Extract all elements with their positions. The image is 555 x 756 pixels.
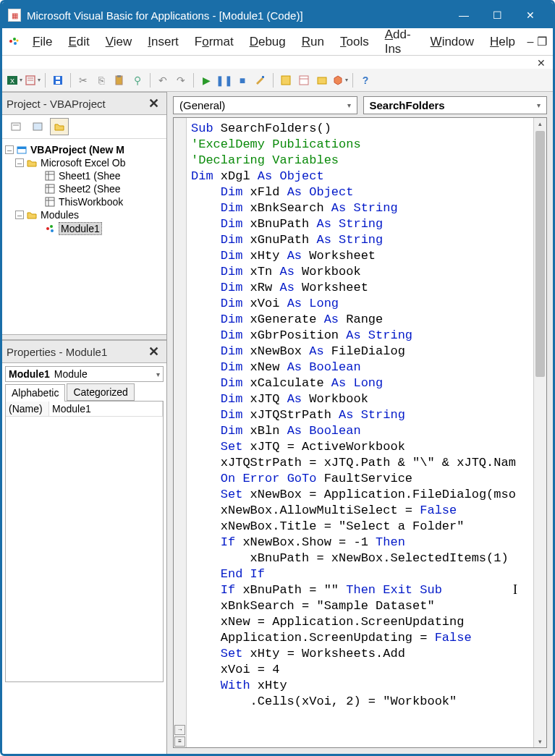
toggle-folders-button[interactable]	[50, 118, 69, 135]
svg-rect-30	[46, 198, 54, 206]
properties-object-name: Module1	[9, 368, 50, 380]
left-column: Project - VBAProject ✕ –VBAProject (New …	[2, 92, 167, 754]
scroll-thumb[interactable]	[535, 131, 545, 377]
menu-addins[interactable]: Add-Ins	[378, 25, 422, 59]
svg-rect-14	[262, 76, 264, 78]
svg-rect-24	[46, 171, 54, 180]
maximize-button[interactable]: ☐	[480, 2, 514, 28]
svg-rect-11	[56, 81, 60, 84]
menu-app-icon	[8, 35, 20, 48]
svg-point-34	[50, 225, 53, 228]
svg-point-35	[51, 229, 54, 232]
object-browser-button[interactable]	[314, 72, 330, 88]
tree-excel-folder[interactable]: Microsoft Excel Ob	[41, 157, 125, 169]
properties-tabs: Alphabetic Categorized	[5, 383, 164, 402]
window-titlebar: ▦ Microsoft Visual Basic for Application…	[2, 2, 553, 28]
minimize-button[interactable]: —	[447, 2, 480, 28]
menu-debug[interactable]: Debug	[242, 32, 293, 52]
text-cursor-icon: I	[513, 582, 517, 598]
chevron-down-icon: ▾	[347, 101, 351, 109]
properties-panel-header: Properties - Module1 ✕	[2, 340, 166, 363]
svg-point-0	[9, 40, 12, 43]
redo-button[interactable]: ↷	[173, 72, 189, 88]
mdi-restore-button[interactable]: ❐	[537, 35, 547, 48]
properties-tab-alphabetic[interactable]: Alphabetic	[5, 384, 65, 402]
menu-run[interactable]: Run	[295, 32, 331, 52]
menu-view[interactable]: View	[98, 32, 140, 52]
svg-rect-21	[33, 123, 42, 130]
procedure-dropdown[interactable]: SearchFolders ▾	[363, 96, 548, 114]
scroll-down-button[interactable]: ▾	[534, 736, 546, 747]
cut-button[interactable]: ✂	[75, 72, 91, 88]
project-panel-close-button[interactable]: ✕	[145, 95, 162, 111]
design-mode-button[interactable]	[253, 72, 268, 88]
tree-collapse-icon[interactable]: –	[5, 145, 14, 154]
menu-window[interactable]: Window	[423, 32, 481, 52]
tree-modules-folder[interactable]: Modules	[41, 209, 79, 221]
mdi-minimize-button[interactable]: –	[525, 35, 535, 48]
project-panel-header: Project - VBAProject ✕	[2, 92, 166, 115]
paste-button[interactable]	[111, 72, 127, 88]
svg-point-1	[13, 38, 16, 41]
code-selectors: (General) ▾ SearchFolders ▾	[167, 92, 553, 117]
menu-bar: File Edit View Insert Format Debug Run T…	[2, 28, 553, 56]
tree-thisworkbook[interactable]: ThisWorkbook	[59, 196, 123, 208]
standard-toolbar: X ✂ ⎘ ⚲ ↶ ↷ ▶ ❚❚ ■ ?	[2, 69, 553, 92]
mdi-close-button[interactable]: ✕	[537, 57, 546, 69]
save-button[interactable]	[50, 72, 66, 88]
undo-button[interactable]: ↶	[155, 72, 171, 88]
properties-row[interactable]: (Name) Module1	[6, 402, 163, 417]
app-icon: ▦	[8, 9, 21, 22]
svg-point-2	[14, 42, 17, 45]
worksheet-icon	[44, 183, 56, 195]
scroll-up-button[interactable]: ▴	[534, 118, 546, 129]
code-editor-area: → ≡ Sub SearchFolders() 'ExcelDemy Publi…	[173, 117, 547, 748]
project-explorer-button[interactable]	[278, 72, 294, 88]
reset-button[interactable]: ■	[234, 72, 250, 88]
object-dropdown[interactable]: (General) ▾	[173, 96, 357, 114]
properties-tab-categorized[interactable]: Categorized	[67, 383, 135, 401]
tree-sheet1[interactable]: Sheet1 (Shee	[59, 170, 121, 182]
view-code-button[interactable]	[7, 118, 25, 135]
menu-format[interactable]: Format	[187, 32, 241, 52]
project-panel-title: Project - VBAProject	[7, 98, 145, 110]
properties-window-button[interactable]	[296, 72, 312, 88]
insert-module-button[interactable]	[25, 72, 41, 88]
properties-value[interactable]: Module1	[49, 402, 163, 417]
properties-object-selector[interactable]: Module1 Module ▾	[5, 366, 164, 382]
folder-icon	[26, 157, 38, 169]
tree-sheet2[interactable]: Sheet2 (Shee	[59, 183, 121, 195]
object-dropdown-value: (General)	[179, 99, 225, 111]
menu-file[interactable]: File	[25, 32, 59, 52]
tree-collapse-icon[interactable]: –	[15, 211, 24, 219]
menu-edit[interactable]: Edit	[61, 32, 96, 52]
menu-help[interactable]: Help	[483, 32, 522, 52]
properties-panel-body: Module1 Module ▾ Alphabetic Categorized …	[2, 363, 166, 685]
break-button[interactable]: ❚❚	[216, 72, 232, 88]
tree-collapse-icon[interactable]: –	[15, 158, 24, 167]
toolbox-button[interactable]	[332, 72, 348, 88]
svg-rect-23	[17, 147, 26, 149]
code-editor[interactable]: Sub SearchFolders() 'ExcelDemy Publicati…	[187, 118, 533, 747]
properties-grid[interactable]: (Name) Module1	[5, 402, 164, 682]
menu-tools[interactable]: Tools	[333, 32, 376, 52]
copy-button[interactable]: ⎘	[93, 72, 109, 88]
properties-panel-close-button[interactable]: ✕	[145, 344, 162, 360]
tree-module1[interactable]: Module1	[59, 222, 102, 235]
find-button[interactable]: ⚲	[130, 72, 145, 88]
help-button[interactable]: ?	[357, 72, 373, 88]
vertical-scrollbar[interactable]: ▴ ▾	[533, 118, 546, 747]
view-excel-button[interactable]: X	[7, 72, 22, 88]
procedure-view-button[interactable]: →	[174, 725, 185, 735]
run-button[interactable]: ▶	[198, 72, 214, 88]
view-object-button[interactable]	[28, 118, 47, 135]
close-button[interactable]: ✕	[514, 2, 547, 28]
menu-insert[interactable]: Insert	[140, 32, 186, 52]
full-module-view-button[interactable]: ≡	[174, 736, 185, 747]
procedure-dropdown-value: SearchFolders	[370, 99, 445, 111]
panel-splitter[interactable]	[2, 334, 166, 340]
project-tree[interactable]: –VBAProject (New M –Microsoft Excel Ob S…	[2, 139, 166, 334]
workbook-icon	[44, 196, 56, 208]
tree-project-root[interactable]: VBAProject (New M	[30, 144, 124, 156]
project-icon	[16, 144, 27, 156]
